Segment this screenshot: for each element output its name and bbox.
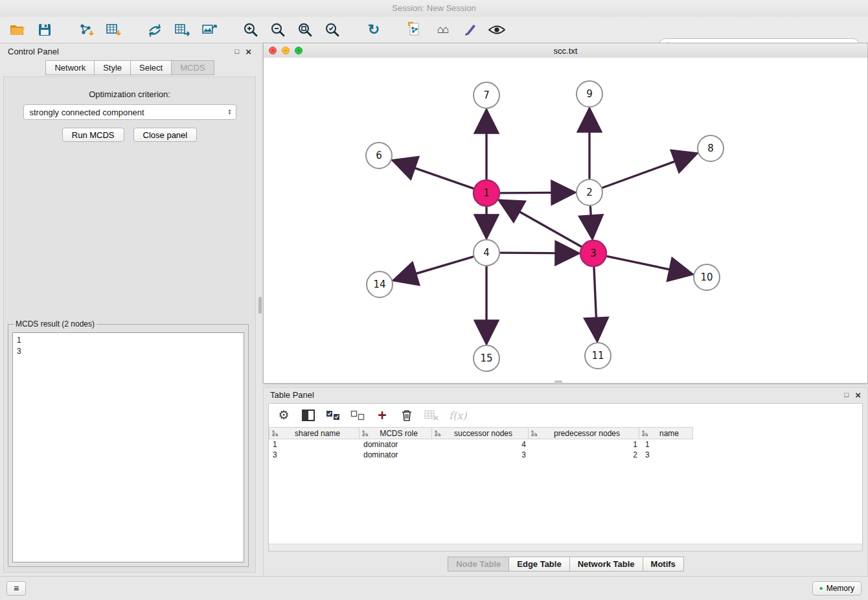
table-row[interactable]: 1dominator411 — [269, 439, 862, 450]
zoom-in-button[interactable] — [241, 20, 260, 40]
network-canvas-svg[interactable]: 7968124314101511 — [264, 58, 867, 382]
export-image-icon — [201, 22, 218, 38]
close-panel-button[interactable]: Close panel — [133, 128, 198, 142]
graph-edge-4-3[interactable] — [501, 253, 578, 253]
mcds-result-title: MCDS result (2 nodes) — [14, 319, 97, 329]
home-icon: ⌂⌂ — [437, 23, 448, 36]
tab-edge-table[interactable]: Edge Table — [508, 557, 569, 571]
graph-node-label: 8 — [707, 143, 714, 154]
snapshot-button[interactable] — [405, 20, 425, 40]
gear-icon: ⚙ — [278, 409, 289, 422]
column-header-shared-name[interactable]: shared name — [269, 427, 360, 439]
delete-column-button[interactable] — [400, 407, 414, 424]
splitter-vertical-grip[interactable] — [258, 297, 262, 314]
window-close-icon[interactable]: × — [269, 47, 277, 54]
memory-button[interactable]: ● Memory — [812, 581, 862, 595]
table-cell: 3 — [641, 450, 696, 459]
graph-edge-1-2[interactable] — [501, 192, 575, 193]
tab-style[interactable]: Style — [94, 60, 131, 75]
graph-edge-1-6[interactable] — [393, 161, 474, 189]
column-header-successor-nodes[interactable]: successor nodes — [431, 427, 529, 439]
network-window-titlebar[interactable]: scc.txt × − + — [264, 43, 867, 58]
tab-mcds[interactable]: MCDS — [171, 60, 214, 75]
mcds-result-fieldset: MCDS result (2 nodes) 13 — [8, 319, 249, 567]
graph-edge-2-8[interactable] — [603, 154, 697, 188]
close-panel-icon[interactable]: × — [246, 47, 251, 56]
graph-node-label: 7 — [483, 89, 490, 101]
table-cell: 4 — [433, 440, 530, 449]
delete-table-button[interactable] — [424, 407, 439, 424]
import-table-icon — [105, 22, 122, 38]
memory-label: Memory — [827, 584, 854, 593]
column-header-name[interactable]: name — [639, 427, 693, 439]
graph-edge-3-10[interactable] — [608, 257, 692, 275]
float-table-panel-icon[interactable]: □ — [845, 391, 849, 398]
table-horizontal-scrollbar[interactable] — [269, 544, 862, 551]
table-cell: 3 — [269, 450, 360, 459]
refresh-button[interactable]: ↻ — [364, 20, 383, 40]
export-image-button[interactable] — [200, 20, 219, 40]
tab-node-table[interactable]: Node Table — [448, 557, 509, 571]
graph-node-label: 1 — [483, 187, 490, 199]
optimization-criterion-select[interactable]: strongly connected component ▲▼ — [23, 104, 236, 120]
graph-node-label: 3 — [590, 248, 597, 259]
window-zoom-icon[interactable]: + — [295, 47, 303, 54]
visibility-button[interactable] — [487, 20, 507, 40]
export-table-button[interactable] — [172, 20, 192, 40]
task-history-button[interactable]: ≡ — [6, 581, 26, 595]
tab-network[interactable]: Network — [45, 60, 95, 75]
splitter-horizontal-grip[interactable] — [554, 380, 562, 384]
chevron-up-down-icon: ▲▼ — [228, 109, 232, 115]
plus-icon: + — [378, 408, 386, 422]
delete-table-icon — [424, 410, 439, 421]
apply-layout-button[interactable] — [145, 20, 165, 40]
zoom-out-button[interactable] — [268, 20, 288, 40]
tab-motifs[interactable]: Motifs — [643, 557, 684, 571]
table-tabs: Node TableEdge TableNetwork TableMotifs — [264, 557, 867, 571]
open-folder-icon — [9, 22, 26, 38]
table-body: 1dominator4113dominator323 — [269, 439, 862, 460]
column-visibility-button[interactable] — [301, 407, 315, 424]
style-button[interactable] — [460, 20, 479, 40]
open-session-button[interactable] — [8, 20, 27, 40]
table-settings-button[interactable]: ⚙ — [277, 407, 291, 424]
run-mcds-button[interactable]: Run MCDS — [62, 128, 124, 142]
zoom-fit-button[interactable] — [295, 20, 315, 40]
deselect-all-icon — [350, 410, 365, 421]
column-header-mcds-role[interactable]: MCDS role — [359, 427, 432, 439]
mcds-result-text[interactable]: 13 — [12, 332, 244, 562]
table-cell: dominator — [360, 440, 433, 449]
graph-node-label: 15 — [480, 352, 492, 364]
table-row[interactable]: 3dominator323 — [269, 450, 862, 460]
column-header-predecessor-nodes[interactable]: predecessor nodes — [528, 427, 639, 439]
export-table-icon — [174, 22, 190, 38]
graph-node-label: 6 — [376, 150, 382, 161]
function-builder-button[interactable]: f(x) — [449, 407, 466, 424]
deselect-all-button[interactable] — [350, 407, 365, 424]
table-cell: 1 — [641, 440, 696, 449]
float-panel-icon[interactable]: □ — [235, 48, 240, 55]
graph-edge-3-1[interactable] — [499, 200, 581, 246]
network-view-window: scc.txt × − + 7968124314101511 — [263, 43, 868, 384]
add-column-button[interactable]: + — [375, 407, 389, 424]
zoom-selected-button[interactable] — [323, 20, 342, 40]
main-toolbar: ↻ ⌂⌂ — [0, 17, 868, 43]
window-minimize-icon[interactable]: − — [282, 47, 290, 54]
home-button[interactable]: ⌂⌂ — [433, 20, 452, 40]
graph-edge-3-11[interactable] — [594, 268, 597, 341]
close-table-panel-icon[interactable]: × — [855, 390, 861, 400]
select-all-button[interactable] — [326, 407, 340, 424]
graph-edge-2-3[interactable] — [590, 207, 592, 238]
network-canvas[interactable]: 7968124314101511 — [264, 58, 867, 383]
save-session-button[interactable] — [35, 20, 54, 40]
zoom-in-icon — [242, 21, 259, 38]
graph-node-label: 10 — [700, 271, 713, 283]
tab-select[interactable]: Select — [130, 60, 172, 75]
tab-network-table[interactable]: Network Table — [569, 557, 643, 571]
select-all-icon — [326, 410, 340, 421]
import-network-button[interactable] — [76, 20, 96, 40]
import-table-button[interactable] — [104, 20, 123, 40]
graph-edge-4-14[interactable] — [394, 257, 473, 280]
table-toolbar: ⚙ — [269, 404, 862, 427]
document-network-icon — [407, 21, 424, 38]
